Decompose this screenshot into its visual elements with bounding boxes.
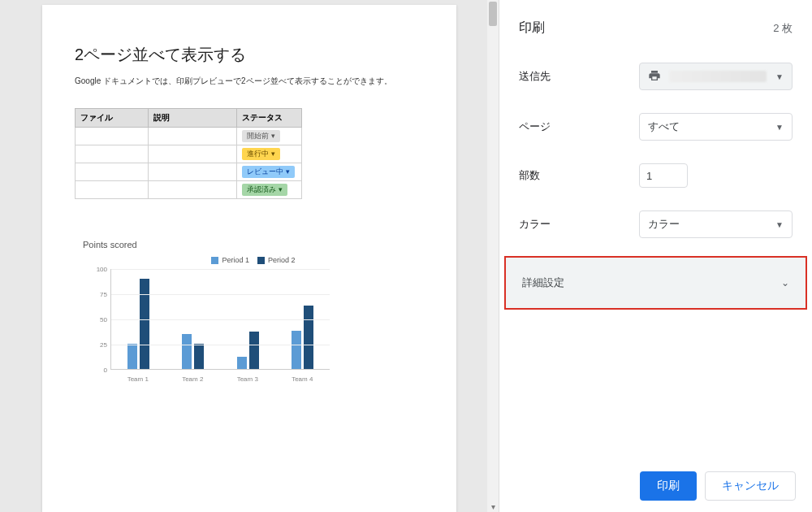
table-row: 進行中 ▾ [76,145,302,163]
advanced-label: 詳細設定 [522,276,564,290]
chevron-down-icon: ▼ [775,72,784,81]
print-preview-pane: 2ページ並べて表示する Google ドキュメントでは、印刷プレビューで2ページ… [0,0,499,512]
bar-group [182,334,204,369]
chart-bar [249,332,259,369]
table-header-file: ファイル [76,109,149,128]
x-tick-label: Team 1 [127,375,149,383]
chevron-down-icon: ▼ [775,220,784,229]
color-label: カラー [519,217,639,232]
cancel-button[interactable]: キャンセル [705,471,796,501]
color-row: カラー カラー ▼ [499,199,812,249]
destination-row: 送信先 ▼ [499,51,812,102]
table-row: レビュー中 ▾ [76,163,302,181]
x-tick-label: Team 2 [182,375,203,383]
print-header: 印刷 [519,20,639,37]
table-header-desc: 説明 [148,109,237,128]
destination-select[interactable]: ▼ [639,63,793,90]
destination-label: 送信先 [519,69,639,84]
pages-label: ページ [519,119,639,134]
chart-bar [140,279,149,370]
chart-bar [194,344,204,369]
color-value: カラー [648,217,680,232]
chart-x-labels: Team 1Team 2Team 3Team 4 [110,375,330,383]
scrollbar-down-icon[interactable]: ▾ [487,501,499,512]
copies-input[interactable] [639,163,688,188]
chart-bar [292,331,301,369]
print-settings-pane: 印刷 2 枚 送信先 ▼ ページ すべて [499,0,812,512]
bar-group [292,306,313,369]
pages-value: すべて [648,119,680,134]
chevron-down-icon: ⌄ [781,277,789,289]
status-table: ファイル 説明 ステータス 開始前 ▾進行中 ▾レビュー中 ▾承認済み ▾ [75,108,302,199]
chart-bar [237,357,247,369]
chart-container: Points scored Period 1Period 2 025507510… [75,240,424,383]
printer-icon [648,69,661,85]
status-badge: レビュー中 ▾ [242,166,295,178]
color-select[interactable]: カラー ▼ [639,210,793,238]
bar-group [127,279,149,370]
advanced-settings-toggle[interactable]: 詳細設定 ⌄ [504,256,807,310]
copies-label: 部数 [519,168,639,183]
table-row: 開始前 ▾ [76,128,302,145]
x-tick-label: Team 3 [237,375,258,383]
sheet-count: 2 枚 [773,22,793,34]
pages-select[interactable]: すべて ▼ [639,113,793,141]
status-badge: 開始前 ▾ [242,130,280,142]
status-badge: 承認済み ▾ [242,184,287,196]
chart-y-axis: 0255075100 [94,269,110,370]
chart-plot-area: 0255075100 Team 1Team 2Team 3Team 4 [94,269,330,383]
bar-group [237,332,259,369]
chart-plot [110,269,330,370]
preview-scrollbar[interactable]: ▾ [487,0,499,512]
pages-row: ページ すべて ▼ [499,102,812,152]
dialog-footer: 印刷 キャンセル [640,471,796,501]
scrollbar-thumb[interactable] [489,2,497,26]
document-page: 2ページ並べて表示する Google ドキュメントでは、印刷プレビューで2ページ… [42,5,456,512]
chart-legend: Period 1Period 2 [75,256,424,264]
chevron-down-icon: ▼ [775,123,784,132]
chart-bar [182,334,192,369]
chart-bar [127,344,137,369]
destination-value-redacted [669,71,767,82]
document-description: Google ドキュメントでは、印刷プレビューで2ページ並べて表示することができ… [75,76,424,87]
chart-title: Points scored [83,240,424,249]
chart-bar [304,306,313,369]
status-badge: 進行中 ▾ [242,148,280,160]
table-header-status: ステータス [237,109,302,128]
copies-row: 部数 [499,152,812,199]
document-title: 2ページ並べて表示する [75,44,424,66]
table-row: 承認済み ▾ [76,181,302,199]
print-button[interactable]: 印刷 [640,471,697,501]
x-tick-label: Team 4 [292,375,313,383]
print-header-row: 印刷 2 枚 [499,0,812,51]
